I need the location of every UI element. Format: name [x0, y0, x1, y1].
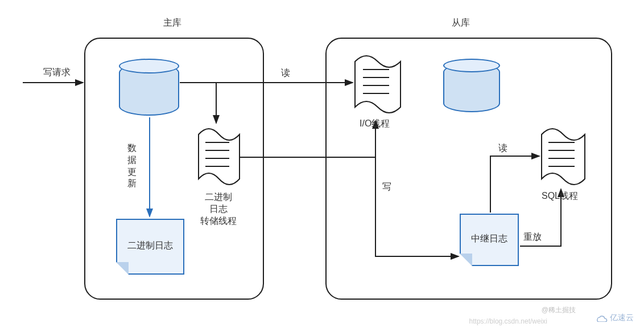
watermark-juejin: @稀土掘技 — [542, 305, 576, 315]
io-thread-scroll-icon — [349, 52, 405, 116]
binlog-label: 二进制日志 — [117, 240, 183, 252]
replay-label: 重放 — [523, 231, 542, 243]
data-update-label: 数 据 更 新 — [127, 142, 137, 190]
sql-thread-scroll-icon — [536, 125, 591, 188]
write-request-label: 写请求 — [43, 67, 71, 79]
master-db-cylinder-icon — [119, 59, 179, 116]
read-label-1: 读 — [281, 67, 290, 79]
watermark-yisu: 亿速云 — [595, 313, 634, 323]
slave-db-cylinder-icon — [443, 59, 500, 112]
sql-thread-label: SQL线程 — [542, 190, 578, 202]
master-title: 主库 — [163, 17, 181, 29]
watermark-csdn: https://blog.csdn.net/weixi — [469, 317, 547, 325]
relaylog-note-icon: 中继日志 — [460, 214, 519, 266]
binlog-dump-thread-label: 二进制 日志 转储线程 — [200, 191, 237, 227]
binlog-note-icon: 二进制日志 — [116, 219, 184, 275]
slave-title: 从库 — [452, 17, 470, 29]
read-label-2: 读 — [498, 142, 507, 154]
binlog-scroll-icon — [193, 125, 244, 188]
write-label: 写 — [382, 181, 391, 193]
io-thread-label: I/O线程 — [360, 118, 390, 130]
relaylog-label: 中继日志 — [461, 233, 518, 245]
